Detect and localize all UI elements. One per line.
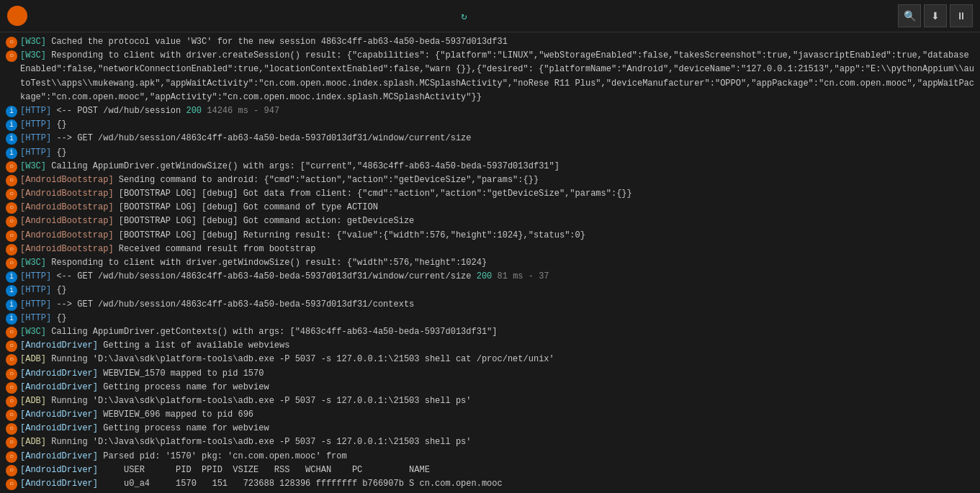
log-icon: ○ bbox=[6, 451, 17, 463]
log-line: ○[AndroidDriver] Parsed pid: '1570' pkg:… bbox=[6, 450, 974, 463]
log-text: [ADB] Running 'D:\Java\sdk\platform-tool… bbox=[20, 394, 472, 408]
log-line: ○[AndroidBootstrap] Sending command to a… bbox=[6, 173, 974, 187]
app-icon bbox=[7, 6, 27, 26]
log-line: ○[AndroidDriver] u0_a4 1570 151 723688 1… bbox=[6, 477, 974, 491]
log-line: i[HTTP] {} bbox=[6, 284, 974, 297]
log-icon: ○ bbox=[6, 340, 17, 352]
log-line: i[HTTP] {} bbox=[6, 146, 974, 160]
log-text: [AndroidDriver] USER PID PPID VSIZE RSS … bbox=[20, 463, 430, 477]
log-icon: i bbox=[6, 119, 17, 131]
log-text: [AndroidDriver] Getting process name for… bbox=[20, 422, 269, 435]
log-text: [AndroidDriver] Parsed pid: '1570' pkg: … bbox=[20, 450, 347, 463]
log-line: ○[ADB] Running 'D:\Java\sdk\platform-too… bbox=[6, 394, 974, 408]
log-text: [W3C] Calling AppiumDriver.getContexts()… bbox=[20, 325, 498, 339]
log-icon: ○ bbox=[6, 437, 17, 448]
log-text: [AndroidDriver] WEBVIEW_1570 mapped to p… bbox=[20, 367, 264, 381]
log-text: [HTTP] --> GET /wd/hub/session/4863c4ff-… bbox=[20, 298, 414, 312]
log-icon: ○ bbox=[6, 423, 17, 435]
log-text: [W3C] Responding to client with driver.g… bbox=[20, 256, 487, 270]
log-text: [AndroidBootstrap] [BOOTSTRAP LOG] [debu… bbox=[20, 214, 414, 228]
log-text: [AndroidBootstrap] Sending command to an… bbox=[20, 173, 539, 187]
log-text: [AndroidDriver] u0_a4 1570 151 723688 12… bbox=[20, 477, 503, 491]
log-line: ○[AndroidBootstrap] Received command res… bbox=[6, 243, 974, 256]
download-button[interactable]: ⬇ bbox=[924, 4, 947, 27]
log-icon: ○ bbox=[6, 202, 17, 214]
top-bar: ↻ 🔍 ⬇ ⏸ bbox=[0, 0, 980, 32]
log-line: ○[W3C] Responding to client with driver.… bbox=[6, 49, 974, 104]
log-icon: ○ bbox=[6, 175, 17, 186]
log-icon: ○ bbox=[6, 396, 17, 407]
log-text: [HTTP] <-- POST /wd/hub/session 200 1424… bbox=[20, 104, 279, 118]
log-line: i[HTTP] <-- GET /wd/hub/session/4863c4ff… bbox=[6, 270, 974, 284]
log-line: ○[AndroidBootstrap] [BOOTSTRAP LOG] [deb… bbox=[6, 201, 974, 214]
log-line: ○[AndroidDriver] Getting a list of avail… bbox=[6, 339, 974, 353]
log-line: ○[AndroidDriver] Getting process name fo… bbox=[6, 381, 974, 394]
log-container: ○[W3C] Cached the protocol value 'W3C' f… bbox=[0, 32, 980, 493]
log-text: [AndroidDriver] Getting a list of availa… bbox=[20, 339, 289, 353]
log-line: ○[ADB] Running 'D:\Java\sdk\platform-too… bbox=[6, 435, 974, 449]
top-bar-left bbox=[7, 6, 35, 26]
log-icon: i bbox=[6, 271, 17, 283]
search-button[interactable]: 🔍 bbox=[898, 4, 921, 27]
log-line: ○[AndroidBootstrap] [BOOTSTRAP LOG] [deb… bbox=[6, 214, 974, 228]
log-line: ○[AndroidDriver] WEBVIEW_696 mapped to p… bbox=[6, 408, 974, 422]
log-icon: i bbox=[6, 285, 17, 297]
pause-button[interactable]: ⏸ bbox=[950, 4, 973, 27]
log-text: [AndroidBootstrap] [BOOTSTRAP LOG] [debu… bbox=[20, 229, 585, 243]
refresh-icon: ↻ bbox=[461, 10, 467, 22]
log-icon: ○ bbox=[6, 161, 17, 173]
log-text: [HTTP] {} bbox=[20, 284, 67, 297]
log-line: ○[W3C] Calling AppiumDriver.getWindowSiz… bbox=[6, 160, 974, 173]
log-icon: ○ bbox=[6, 216, 17, 227]
log-line: ○[W3C] Calling AppiumDriver.getContexts(… bbox=[6, 325, 974, 339]
log-icon: ○ bbox=[6, 410, 17, 421]
log-icon: ○ bbox=[6, 244, 17, 255]
log-line: ○[AndroidBootstrap] [BOOTSTRAP LOG] [deb… bbox=[6, 229, 974, 243]
log-icon: i bbox=[6, 133, 17, 145]
log-text: [HTTP] --> GET /wd/hub/session/4863c4ff-… bbox=[20, 132, 472, 145]
log-icon: ○ bbox=[6, 37, 17, 48]
log-line: ○[AndroidDriver] USER PID PPID VSIZE RSS… bbox=[6, 463, 974, 477]
log-line: ○[AndroidDriver] Getting process name fo… bbox=[6, 422, 974, 435]
log-text: [AndroidBootstrap] [BOOTSTRAP LOG] [debu… bbox=[20, 201, 378, 214]
log-text: [HTTP] {} bbox=[20, 118, 67, 132]
log-icon: i bbox=[6, 299, 17, 311]
log-line: ○[AndroidDriver] WEBVIEW_1570 mapped to … bbox=[6, 367, 974, 381]
log-icon: ○ bbox=[6, 479, 17, 490]
log-icon: ○ bbox=[6, 189, 17, 200]
server-status: ↻ bbox=[461, 10, 471, 22]
log-line: ○[W3C] Cached the protocol value 'W3C' f… bbox=[6, 35, 974, 49]
log-text: [HTTP] <-- GET /wd/hub/session/4863c4ff-… bbox=[20, 270, 549, 284]
log-text: [HTTP] {} bbox=[20, 146, 67, 160]
log-icon: ○ bbox=[6, 465, 17, 476]
log-text: [W3C] Responding to client with driver.c… bbox=[20, 49, 974, 104]
log-icon: i bbox=[6, 106, 17, 117]
log-text: [W3C] Cached the protocol value 'W3C' fo… bbox=[20, 35, 508, 49]
log-line: i[HTTP] {} bbox=[6, 312, 974, 325]
log-icon: ○ bbox=[6, 382, 17, 394]
log-line: ○[W3C] Responding to client with driver.… bbox=[6, 256, 974, 270]
log-line: i[HTTP] {} bbox=[6, 118, 974, 132]
log-line: i[HTTP] --> GET /wd/hub/session/4863c4ff… bbox=[6, 132, 974, 145]
log-line: i[HTTP] <-- POST /wd/hub/session 200 142… bbox=[6, 104, 974, 118]
log-text: [W3C] Calling AppiumDriver.getWindowSize… bbox=[20, 160, 559, 173]
log-line: ○[ADB] Running 'D:\Java\sdk\platform-too… bbox=[6, 353, 974, 366]
log-text: [HTTP] {} bbox=[20, 312, 67, 325]
log-icon: ○ bbox=[6, 354, 17, 366]
log-icon: ○ bbox=[6, 368, 17, 380]
log-text: [ADB] Running 'D:\Java\sdk\platform-tool… bbox=[20, 435, 472, 449]
log-text: [AndroidDriver] Getting process name for… bbox=[20, 381, 269, 394]
log-icon: ○ bbox=[6, 258, 17, 269]
top-bar-right: 🔍 ⬇ ⏸ bbox=[898, 4, 973, 27]
log-line: i[HTTP] --> GET /wd/hub/session/4863c4ff… bbox=[6, 298, 974, 312]
log-icon: ○ bbox=[6, 230, 17, 242]
log-icon: ○ bbox=[6, 50, 17, 62]
log-text: [ADB] Running 'D:\Java\sdk\platform-tool… bbox=[20, 353, 554, 366]
log-line: ○[AndroidBootstrap] [BOOTSTRAP LOG] [deb… bbox=[6, 187, 974, 201]
log-text: [AndroidBootstrap] Received command resu… bbox=[20, 243, 315, 256]
log-icon: i bbox=[6, 148, 17, 159]
log-icon: ○ bbox=[6, 327, 17, 338]
log-icon: i bbox=[6, 313, 17, 325]
log-text: [AndroidBootstrap] [BOOTSTRAP LOG] [debu… bbox=[20, 187, 632, 201]
log-text: [AndroidDriver] WEBVIEW_696 mapped to pi… bbox=[20, 408, 253, 422]
